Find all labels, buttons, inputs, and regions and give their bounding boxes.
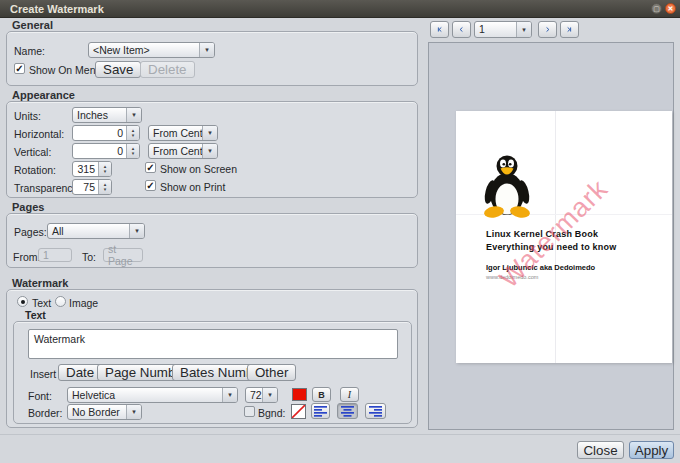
dropdown-arrow-icon: ▾ [262,388,277,402]
vertical-anchor-select[interactable]: From Center ▾ [148,143,218,159]
show-on-screen-label: Show on Screen [160,163,237,175]
check-icon: ✓ [146,162,154,173]
font-size-select[interactable]: 72 ▾ [245,387,278,403]
appearance-section-header: Appearance [12,89,75,101]
text-radio[interactable] [17,296,28,307]
close-button[interactable]: Close [577,441,624,459]
next-page-icon[interactable] [538,21,557,38]
spin-down-icon[interactable]: ▾ [104,187,107,192]
preview-panel: Linux Kernel Crash Book Everything you n… [428,42,674,430]
pages-section-header: Pages [12,201,44,213]
transparency-input[interactable]: 75 ▴▾ [72,179,112,195]
text-radio-label: Text [32,297,51,309]
page-number-select[interactable]: 1 ▾ [474,21,532,38]
border-select[interactable]: No Border ▾ [67,404,142,420]
name-select[interactable]: <New Item> ▾ [88,42,215,58]
align-left-icon[interactable] [311,403,330,419]
apply-button[interactable]: Apply [629,441,674,459]
insert-date-button[interactable]: Date [58,364,102,381]
spin-down-icon[interactable]: ▾ [132,133,135,138]
show-on-screen-checkbox[interactable]: ✓ [145,162,156,173]
dropdown-arrow-icon: ▾ [222,388,237,402]
insert-other-button[interactable]: Other [247,364,296,381]
preview-page: Linux Kernel Crash Book Everything you n… [456,111,672,363]
dropdown-arrow-icon: ▾ [126,108,141,122]
italic-button[interactable]: I [340,387,359,402]
save-button[interactable]: Save [95,61,141,78]
general-groupbox [6,31,418,86]
show-on-menu-label: Show On Menu [29,64,101,76]
spin-down-icon[interactable]: ▾ [104,169,107,174]
font-label: Font: [28,390,52,402]
dropdown-arrow-icon: ▾ [199,43,214,57]
no-color-icon[interactable] [291,404,306,419]
pages-select[interactable]: All ▾ [47,223,145,239]
pages-label: Pages: [14,226,47,238]
to-label: To: [82,251,96,263]
font-select[interactable]: Helvetica ▾ [67,387,238,403]
check-icon: ✓ [146,180,154,191]
to-input[interactable]: st Page [103,248,143,262]
transparency-label: Transparency: [14,182,81,194]
align-center-icon[interactable] [337,403,358,419]
dropdown-arrow-icon: ▾ [202,126,217,140]
tux-penguin-image [482,154,532,220]
border-label: Border: [28,407,62,419]
horizontal-anchor-select[interactable]: From Center ▾ [148,125,218,141]
image-radio-label: Image [69,297,98,309]
show-on-print-checkbox[interactable]: ✓ [145,180,156,191]
dropdown-arrow-icon: ▾ [516,22,531,37]
dropdown-arrow-icon: ▾ [202,144,217,158]
rotation-label: Rotation: [14,164,56,176]
from-input[interactable]: 1 [38,248,72,262]
units-select[interactable]: Inches ▾ [72,107,142,123]
name-label: Name: [14,45,45,57]
last-page-icon[interactable] [560,21,579,38]
spin-down-icon[interactable]: ▾ [132,151,135,156]
vertical-input[interactable]: 0 ▴▾ [72,143,140,159]
vertical-label: Vertical: [14,146,51,158]
close-icon[interactable]: ✕ [665,3,676,14]
bgnd-label: Bgnd: [258,407,285,419]
check-icon: ✓ [15,63,23,74]
titlebar[interactable]: Create Watermark ▢ ✕ [0,0,680,18]
image-radio[interactable] [55,296,66,307]
bgnd-checkbox[interactable] [244,406,255,417]
units-label: Units: [14,110,41,122]
text-group-label: Text [25,309,46,321]
horizontal-label: Horizontal: [14,128,64,140]
create-watermark-dialog: Create Watermark ▢ ✕ General Name: <New … [0,0,680,463]
prev-page-icon[interactable] [452,21,471,38]
align-right-icon[interactable] [365,403,386,419]
general-section-header: General [12,19,53,31]
bold-button[interactable]: B [312,387,331,402]
show-on-print-label: Show on Print [160,181,225,193]
delete-button[interactable]: Delete [140,61,195,78]
watermark-text-input[interactable]: Watermark [28,329,398,359]
horizontal-input[interactable]: 0 ▴▾ [72,125,140,141]
dropdown-arrow-icon: ▾ [126,405,141,419]
font-color-swatch[interactable] [292,388,307,401]
first-page-icon[interactable] [430,21,449,38]
restore-icon[interactable]: ▢ [651,3,662,14]
window-title: Create Watermark [0,3,104,15]
from-label: From: [13,251,40,263]
insert-label: Insert [30,368,56,380]
rotation-input[interactable]: 315 ▴▾ [72,161,112,177]
dropdown-arrow-icon: ▾ [129,224,144,238]
watermark-section-header: Watermark [12,277,68,289]
show-on-menu-checkbox[interactable]: ✓ [14,63,25,74]
